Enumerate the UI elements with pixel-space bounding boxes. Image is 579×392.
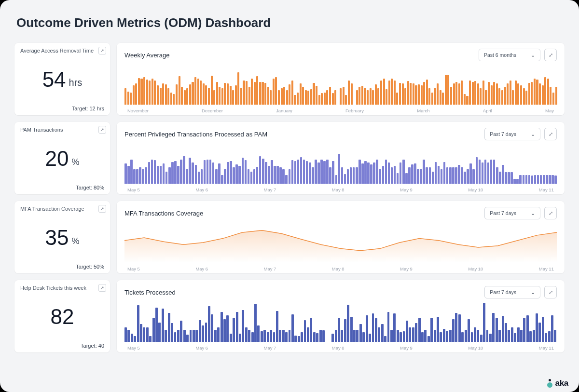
chart-bar <box>404 88 406 105</box>
chart-bar <box>291 314 294 342</box>
expand-icon[interactable]: ↗ <box>98 284 106 292</box>
chart-bar <box>410 83 412 105</box>
chart-bar <box>202 325 204 342</box>
chart-bar <box>321 93 323 105</box>
chart-bar <box>316 333 318 342</box>
chart-bar <box>461 167 463 184</box>
expand-icon[interactable]: ↗ <box>98 205 106 213</box>
chart-bar <box>197 79 199 105</box>
chart-bar <box>256 167 259 184</box>
chart-bar <box>309 162 311 184</box>
x-axis-label: April <box>483 108 492 113</box>
expand-button[interactable]: ⤢ <box>544 49 557 61</box>
chart-bar <box>133 169 136 184</box>
chart-bar <box>316 86 317 105</box>
chart-bar <box>162 309 164 342</box>
chart-bar <box>289 169 291 184</box>
chart-bar <box>238 166 241 184</box>
chart-bar <box>137 305 139 342</box>
range-label: Past 6 months <box>484 52 516 58</box>
chart-bar <box>253 169 256 184</box>
chart-bar <box>396 93 398 105</box>
chart-bar <box>538 323 541 342</box>
kpi-value: 82 <box>51 306 74 327</box>
chart-bar <box>162 83 164 105</box>
chart-bar <box>135 83 137 105</box>
kpi-target: Target: 80% <box>20 185 104 190</box>
chart-bar <box>547 79 549 105</box>
chart-bar <box>469 81 471 105</box>
chart-bar <box>370 164 372 184</box>
x-axis-label: May 8 <box>332 266 345 271</box>
chevron-down-icon: ⌄ <box>531 289 535 295</box>
chart-bar <box>294 95 296 105</box>
chart-bar <box>198 172 200 184</box>
chart-bar <box>446 331 448 342</box>
chart-bar <box>376 160 378 184</box>
chart-bar <box>472 169 475 184</box>
chart-bar <box>344 174 346 184</box>
chart-bar <box>312 167 314 184</box>
chart-bar <box>502 165 504 184</box>
chart-bar <box>145 167 147 184</box>
chart-bar <box>285 332 288 342</box>
chart-bar <box>464 172 466 184</box>
chart-bar <box>219 87 221 105</box>
chevron-down-icon: ⌄ <box>531 52 535 58</box>
chart-bar <box>391 167 393 184</box>
expand-icon[interactable]: ↗ <box>98 126 106 134</box>
range-select[interactable]: Past 7 days ⌄ <box>484 207 540 219</box>
chart-bar <box>306 161 308 184</box>
chart-bar <box>458 165 460 184</box>
chart-bar <box>364 161 367 184</box>
x-axis-label: May 5 <box>127 266 140 271</box>
chart-bar <box>449 330 452 342</box>
chart-bar <box>501 90 503 105</box>
chart-bar <box>554 330 556 342</box>
chart-bar <box>271 160 273 184</box>
expand-button[interactable]: ⤢ <box>544 207 557 219</box>
range-select[interactable]: Past 7 days ⌄ <box>484 128 540 140</box>
chart-bar <box>388 162 390 184</box>
chart-bar <box>474 81 476 105</box>
chart-bar <box>512 90 514 105</box>
kpi-target: Target: 12 hrs <box>20 106 104 111</box>
x-axis-label: May 7 <box>264 266 276 271</box>
chart-bar <box>165 172 168 184</box>
chart-bar <box>322 330 325 342</box>
chart-bar <box>437 83 439 105</box>
expand-button[interactable]: ⤢ <box>544 128 557 140</box>
chart-bar <box>367 162 370 184</box>
chart-bar <box>382 166 385 184</box>
area-chart <box>124 222 557 263</box>
chart-bar <box>183 156 185 184</box>
metric-row-3: MFA Transaction Coverage ↗ 35 % Target: … <box>14 201 565 273</box>
kpi-title: Average Access Removal Time <box>20 48 104 54</box>
chart-bar <box>232 90 234 105</box>
chart-bar <box>434 88 436 105</box>
chart-bar <box>420 169 422 184</box>
chart-bar <box>505 172 507 184</box>
expand-icon[interactable]: ↗ <box>98 47 106 54</box>
chart-bar <box>413 83 414 105</box>
chart-bar <box>215 169 218 184</box>
chart-bar <box>437 317 439 342</box>
chart-bar <box>531 176 534 184</box>
chart-bar <box>302 87 304 105</box>
chart-bar <box>403 331 405 342</box>
range-select[interactable]: Past 6 months ⌄ <box>479 49 540 61</box>
chart-bar <box>375 84 377 105</box>
chart-bar <box>443 162 446 184</box>
chart-bar <box>537 175 539 184</box>
chart-bar <box>542 317 544 342</box>
range-select[interactable]: Past 7 days ⌄ <box>484 286 540 298</box>
chart-bar <box>394 166 396 184</box>
chart-card-weekly-average: Weekly Average Past 6 months ⌄ ⤢ Novembe… <box>117 43 565 115</box>
chart-bar <box>157 85 159 105</box>
chart-bar <box>534 79 536 105</box>
expand-button[interactable]: ⤢ <box>544 286 557 298</box>
chart-bar <box>515 81 517 105</box>
chart-bar <box>233 167 235 184</box>
chart-bar <box>151 160 153 184</box>
chart-bar <box>373 162 375 184</box>
